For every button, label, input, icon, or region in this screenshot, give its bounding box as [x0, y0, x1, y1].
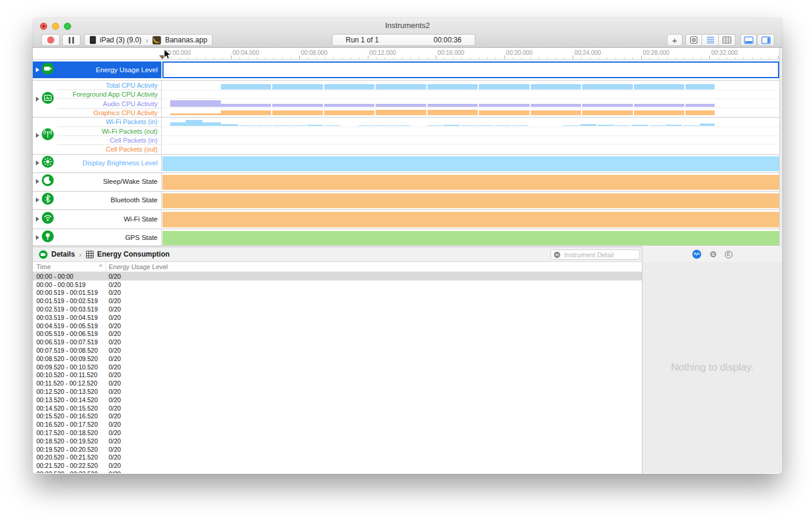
table-row[interactable]: 00:19.520 - 00:20.5200/20 [33, 445, 642, 454]
target-selector[interactable]: iPad (3) (9.0) › Bananas.app [84, 34, 213, 46]
table-row[interactable]: 00:00 - 00:000/20 [33, 272, 642, 280]
graph-row-brightness[interactable] [162, 155, 779, 171]
table-row[interactable]: 00:03.519 - 00:04.5190/20 [33, 313, 642, 322]
instrument-label-total_cpu[interactable]: Total CPU Activity [57, 81, 161, 90]
track-graph-cpu[interactable] [162, 81, 779, 117]
track-graph-gps[interactable] [162, 229, 779, 245]
graph-row-audio_cpu[interactable] [162, 98, 779, 107]
list-view-button[interactable] [702, 34, 719, 46]
record-settings-icon[interactable] [692, 249, 702, 259]
table-row[interactable]: 00:17.520 - 00:18.5200/20 [33, 428, 642, 437]
table-row[interactable]: 00:11.520 - 00:12.5200/20 [33, 379, 642, 387]
track-graph-energy[interactable] [162, 61, 779, 78]
instrument-label-wifi_in[interactable]: Wi-Fi Packets (in) [57, 118, 161, 127]
table-row[interactable]: 00:12.520 - 00:13.5200/20 [33, 387, 642, 396]
disclosure-triangle-icon[interactable] [36, 133, 39, 138]
table-row[interactable]: 00:14.520 - 00:15.5200/20 [33, 404, 642, 412]
breadcrumb-details[interactable]: Details [51, 250, 75, 258]
log-view-button[interactable] [719, 34, 736, 46]
graph-row-cell_in[interactable] [162, 135, 779, 144]
table-row[interactable]: 00:22.520 - 00:23.5200/20 [33, 470, 642, 473]
disclosure-triangle-icon[interactable] [36, 235, 39, 240]
display-settings-icon[interactable]: ⚙ [709, 250, 717, 258]
table-row[interactable]: 00:10.520 - 00:11.5200/20 [33, 371, 642, 380]
sort-ascending-icon[interactable]: ^ [99, 263, 102, 270]
run-status-control[interactable]: Run 1 of 1 00:00:36 [332, 34, 475, 46]
table-row[interactable]: 00:01.519 - 00:02.5190/20 [33, 297, 642, 305]
disclosure-triangle-icon[interactable] [36, 67, 39, 72]
track-label-wifi_state[interactable]: Wi-Fi State [33, 210, 162, 227]
table-row[interactable]: 00:05.519 - 00:06.5190/20 [33, 330, 642, 338]
graph-row-cell_out[interactable] [162, 144, 779, 152]
track-label-sleep[interactable]: Sleep/Wake State [33, 173, 162, 190]
track-label-bluetooth[interactable]: Bluetooth State [33, 192, 162, 208]
table-row[interactable]: 00:21.520 - 00:22.5200/20 [33, 461, 642, 470]
track-label-brightness[interactable]: Display Brightness Level [33, 155, 162, 171]
graph-row-gps[interactable] [162, 229, 779, 245]
instrument-label-gps[interactable]: GPS State [57, 229, 161, 245]
instruments-view-button[interactable] [685, 34, 702, 46]
graph-row-gfx_cpu[interactable] [162, 107, 779, 116]
graph-row-bluetooth[interactable] [162, 192, 779, 208]
column-header-energy[interactable]: Energy Usage Level [109, 263, 168, 270]
instrument-label-audio_cpu[interactable]: Audio CPU Activity [57, 98, 161, 107]
table-row[interactable]: 00:16.520 - 00:17.5200/20 [33, 420, 642, 428]
track-graph-network[interactable] [162, 118, 779, 153]
track-label-gps[interactable]: GPS State [33, 229, 162, 245]
toggle-right-pane-button[interactable] [758, 34, 774, 46]
disclosure-triangle-icon[interactable] [36, 217, 39, 221]
instrument-label-bluetooth[interactable]: Bluetooth State [57, 192, 161, 208]
extended-detail-icon[interactable]: E [725, 251, 733, 258]
pause-button[interactable] [62, 34, 81, 46]
instrument-label-cell_in[interactable]: Cell Packets (in) [57, 135, 161, 144]
instrument-label-cell_out[interactable]: Cell Packets (out) [57, 144, 161, 153]
table-row[interactable]: 00:15.520 - 00:16.5200/20 [33, 412, 642, 421]
search-field[interactable] [550, 249, 640, 260]
table-row[interactable]: 00:00.519 - 00:01.5190/20 [33, 289, 642, 297]
instrument-label-brightness[interactable]: Display Brightness Level [57, 155, 161, 171]
track-label-energy[interactable]: Energy Usage Level [33, 61, 162, 78]
disclosure-triangle-icon[interactable] [36, 161, 39, 165]
instrument-label-fg_cpu[interactable]: Foreground App CPU Activity [57, 90, 161, 98]
track-graph-brightness[interactable] [162, 155, 779, 171]
title-bar[interactable]: Instruments2 [33, 18, 782, 33]
search-input[interactable] [563, 251, 637, 259]
instrument-label-sleep[interactable]: Sleep/Wake State [57, 173, 161, 190]
table-row[interactable]: 00:20.520 - 00:21.5200/20 [33, 454, 642, 462]
table-row[interactable]: 00:18.520 - 00:19.5200/20 [33, 437, 642, 445]
table-row[interactable]: 00:00 - 00:00.5190/20 [33, 280, 642, 289]
instrument-label-wifi_out[interactable]: Wi-Fi Packets (out) [57, 127, 161, 135]
add-instrument-button[interactable]: + [667, 34, 682, 46]
table-row[interactable]: 00:02.519 - 00:03.5190/20 [33, 305, 642, 313]
toggle-bottom-pane-button[interactable] [740, 34, 756, 46]
graph-row-wifi_state[interactable] [162, 210, 779, 227]
disclosure-triangle-icon[interactable] [36, 198, 39, 202]
disclosure-triangle-icon[interactable] [36, 179, 39, 184]
track-graph-wifi_state[interactable] [162, 210, 779, 227]
table-row[interactable]: 00:08.520 - 00:09.5200/20 [33, 354, 642, 363]
graph-row-sleep[interactable] [162, 173, 779, 190]
graph-row-wifi_out[interactable] [162, 127, 779, 135]
disclosure-triangle-icon[interactable] [36, 97, 39, 101]
record-button[interactable] [41, 34, 60, 46]
instrument-label-wifi_state[interactable]: Wi-Fi State [57, 210, 161, 227]
table-row[interactable]: 00:09.520 - 00:10.5200/20 [33, 363, 642, 371]
instrument-label-energy[interactable]: Energy Usage Level [57, 61, 161, 78]
graph-row-wifi_in[interactable] [162, 118, 779, 127]
track-graph-sleep[interactable] [162, 173, 779, 190]
timeline-ruler[interactable]: 00:00.00000:04.00000:08.00000:12.00000:1… [33, 48, 782, 60]
table-row[interactable]: 00:07.519 - 00:08.5200/20 [33, 346, 642, 354]
table-row[interactable]: 00:13.520 - 00:14.5200/20 [33, 396, 642, 404]
graph-row-energy[interactable] [164, 63, 778, 78]
track-graph-bluetooth[interactable] [162, 192, 779, 208]
table-row[interactable]: 00:04.519 - 00:05.5190/20 [33, 322, 642, 330]
track-label-network[interactable]: Wi-Fi Packets (in)Wi-Fi Packets (out)Cel… [33, 118, 162, 153]
track-label-cpu[interactable]: Total CPU ActivityForeground App CPU Act… [33, 81, 162, 117]
instrument-label-gfx_cpu[interactable]: Graphics CPU Activity [57, 108, 161, 117]
table-row[interactable]: 00:06.519 - 00:07.5190/20 [33, 338, 642, 346]
graph-row-fg_cpu[interactable] [162, 90, 779, 99]
breadcrumb-view[interactable]: Energy Consumption [97, 250, 170, 258]
graph-row-total_cpu[interactable] [162, 81, 779, 90]
column-header-time[interactable]: Time [36, 263, 51, 270]
timeline-scrollbar[interactable] [779, 60, 782, 246]
